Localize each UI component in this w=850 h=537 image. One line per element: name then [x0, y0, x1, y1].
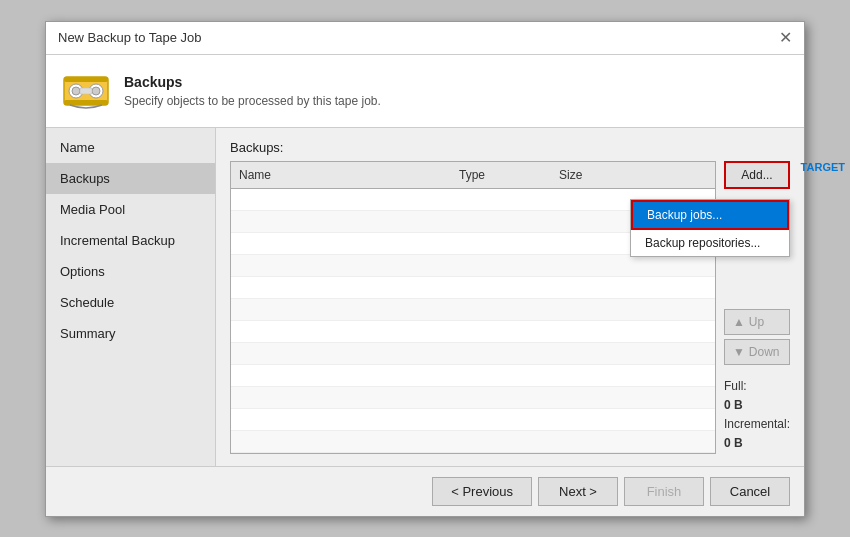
close-button[interactable]: ✕	[779, 30, 792, 46]
previous-button[interactable]: < Previous	[432, 477, 532, 506]
table-row	[231, 365, 715, 387]
table-row	[231, 387, 715, 409]
down-arrow-icon: ▼	[733, 345, 745, 359]
body: Name Backups Media Pool Incremental Back…	[46, 128, 804, 466]
full-value: 0 B	[724, 396, 790, 415]
svg-rect-7	[80, 88, 92, 94]
backups-label: Backups:	[230, 140, 790, 155]
dropdown-item-backup-jobs[interactable]: Backup jobs...	[631, 200, 789, 230]
next-button[interactable]: Next >	[538, 477, 618, 506]
col-header-name: Name	[231, 166, 451, 184]
header-text: Backups Specify objects to be processed …	[124, 74, 381, 108]
sidebar: Name Backups Media Pool Incremental Back…	[46, 128, 216, 466]
table-row	[231, 255, 715, 277]
target-label: TARGET	[801, 161, 845, 173]
col-header-type: Type	[451, 166, 551, 184]
table-row	[231, 343, 715, 365]
svg-rect-2	[64, 100, 108, 105]
sidebar-item-media-pool[interactable]: Media Pool	[46, 194, 215, 225]
incremental-value: 0 B	[724, 434, 790, 453]
stats-section: Full: 0 B Incremental: 0 B	[724, 377, 790, 454]
dropdown-menu: Backup jobs... Backup repositories...	[630, 199, 790, 257]
table-row	[231, 431, 715, 453]
title-bar: New Backup to Tape Job ✕	[46, 22, 804, 55]
right-panel: Add... Backup jobs... Backup repositorie…	[724, 161, 790, 454]
dialog-window: New Backup to Tape Job ✕ Backups Specify…	[45, 21, 805, 517]
tape-icon	[62, 67, 110, 115]
sidebar-item-incremental-backup[interactable]: Incremental Backup	[46, 225, 215, 256]
svg-point-6	[92, 87, 100, 95]
incremental-label: Incremental:	[724, 415, 790, 434]
up-down-group: ▲ Up ▼ Down Full: 0 B Incremental: 0 B	[724, 309, 790, 454]
content-area: Name Type Size	[230, 161, 790, 454]
table-row	[231, 277, 715, 299]
down-button[interactable]: ▼ Down	[724, 339, 790, 365]
header-subtitle: Specify objects to be processed by this …	[124, 94, 381, 108]
add-button[interactable]: Add...	[724, 161, 790, 189]
sidebar-item-options[interactable]: Options	[46, 256, 215, 287]
col-header-size: Size	[551, 166, 631, 184]
up-button[interactable]: ▲ Up	[724, 309, 790, 335]
table-row	[231, 321, 715, 343]
sidebar-item-backups[interactable]: Backups	[46, 163, 215, 194]
full-label: Full:	[724, 377, 790, 396]
table-row	[231, 409, 715, 431]
table-row	[231, 299, 715, 321]
dropdown-item-backup-repos[interactable]: Backup repositories...	[631, 230, 789, 256]
sidebar-item-summary[interactable]: Summary	[46, 318, 215, 349]
main-content: Backups: Name Type Size	[216, 128, 804, 466]
sidebar-item-schedule[interactable]: Schedule	[46, 287, 215, 318]
up-arrow-icon: ▲	[733, 315, 745, 329]
svg-rect-1	[64, 77, 108, 82]
header-section: Backups Specify objects to be processed …	[46, 55, 804, 128]
cancel-button[interactable]: Cancel	[710, 477, 790, 506]
sidebar-item-name[interactable]: Name	[46, 132, 215, 163]
header-title: Backups	[124, 74, 381, 90]
table-header: Name Type Size	[231, 162, 715, 189]
finish-button[interactable]: Finish	[624, 477, 704, 506]
svg-point-4	[72, 87, 80, 95]
dialog-title: New Backup to Tape Job	[58, 30, 202, 45]
footer: < Previous Next > Finish Cancel	[46, 466, 804, 516]
